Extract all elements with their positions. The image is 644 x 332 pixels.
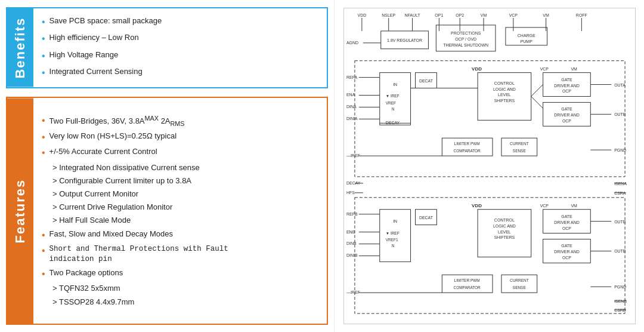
svg-text:CONTROL: CONTROL bbox=[494, 218, 514, 222]
svg-text:COMPARATOR: COMPARATOR bbox=[453, 285, 481, 290]
svg-text:ENB: ENB bbox=[346, 230, 355, 234]
benefit-text-2: High efficiency – Low Ron bbox=[49, 32, 139, 43]
svg-text:GATE: GATE bbox=[561, 78, 572, 82]
svg-text:VDD: VDD bbox=[472, 203, 482, 208]
list-item: • Short and Thermal Protections with Fau… bbox=[42, 244, 228, 265]
svg-text:ROFF: ROFF bbox=[575, 13, 587, 17]
svg-text:N: N bbox=[391, 244, 394, 248]
svg-text:PGND: PGND bbox=[614, 285, 626, 289]
feature-pkg-1: > TQFN32 5x5xmm bbox=[52, 283, 120, 294]
svg-text:CSRB: CSRB bbox=[614, 308, 626, 312]
svg-text:DECAY: DECAY bbox=[346, 181, 360, 185]
svg-text:LEVEL: LEVEL bbox=[498, 93, 511, 97]
svg-text:OCP / OVD: OCP / OVD bbox=[455, 37, 476, 41]
svg-text:PGND: PGND bbox=[614, 148, 626, 152]
bullet-icon: • bbox=[42, 131, 45, 144]
svg-text:OP2: OP2 bbox=[456, 13, 464, 17]
svg-text:▼ IREF: ▼ IREF bbox=[385, 231, 399, 235]
feature-text-2: Very low Ron (HS+LS)=0.25Ω typical bbox=[49, 131, 177, 142]
svg-text:IN: IN bbox=[393, 82, 397, 87]
svg-text:OCP: OCP bbox=[562, 119, 571, 123]
benefits-label: Benefits bbox=[7, 8, 33, 87]
svg-text:DINB: DINB bbox=[346, 241, 356, 245]
svg-text:GATE: GATE bbox=[561, 214, 572, 219]
list-item: > TQFN32 5x5xmm bbox=[52, 283, 228, 294]
svg-text:LEVEL: LEVEL bbox=[498, 230, 511, 234]
benefit-text-3: High Voltage Range bbox=[49, 50, 119, 60]
feature-text-1: Two Full-Bridges, 36V, 3.8AMAX 2ARMS bbox=[49, 114, 185, 128]
svg-text:LIMITER PWM: LIMITER PWM bbox=[454, 278, 479, 282]
bullet-icon: • bbox=[42, 32, 45, 45]
svg-text:DRIVER AND: DRIVER AND bbox=[554, 220, 580, 225]
svg-text:OCP: OCP bbox=[562, 226, 571, 230]
svg-text:▼ IREF: ▼ IREF bbox=[385, 94, 399, 98]
svg-text:GATE: GATE bbox=[561, 107, 572, 111]
list-item: • Very low Ron (HS+LS)=0.25Ω typical bbox=[42, 131, 228, 144]
svg-text:HFS: HFS bbox=[346, 190, 354, 195]
feature-sub-3: > Output Current Monitor bbox=[52, 189, 138, 199]
svg-text:VDD: VDD bbox=[357, 13, 366, 17]
svg-text:N: N bbox=[391, 107, 394, 111]
feature-text-5: Short and Thermal Protections with Fault… bbox=[49, 244, 228, 265]
svg-text:CHARGE: CHARGE bbox=[517, 33, 535, 38]
svg-text:OUTB: OUTB bbox=[614, 112, 626, 116]
list-item: • High efficiency – Low Ron bbox=[42, 32, 162, 45]
svg-text:VM: VM bbox=[543, 13, 549, 17]
svg-text:VM: VM bbox=[571, 67, 577, 71]
bullet-icon: • bbox=[42, 66, 45, 79]
svg-text:SENSE: SENSE bbox=[512, 149, 526, 153]
svg-text:OUTA: OUTA bbox=[614, 83, 626, 87]
svg-text:ISENB: ISENB bbox=[614, 299, 627, 303]
svg-text:DINIA: DINIA bbox=[346, 116, 357, 121]
list-item: • Two Package options bbox=[42, 268, 228, 281]
svg-text:IN: IN bbox=[393, 219, 397, 223]
svg-text:CSRA: CSRA bbox=[614, 191, 626, 195]
benefits-content: • Save PCB space: small package • High e… bbox=[33, 8, 170, 87]
list-item: • Integrated Current Sensing bbox=[42, 66, 162, 79]
list-item: > Current Drive Regulation Monitor bbox=[52, 202, 228, 213]
svg-text:DECAY: DECAY bbox=[385, 121, 400, 125]
svg-text:NSLEP: NSLEP bbox=[382, 13, 395, 17]
bullet-icon: • bbox=[42, 146, 45, 159]
feature-text-3: +/-5% Accurate Current Control bbox=[49, 146, 157, 157]
svg-text:SENSE: SENSE bbox=[512, 285, 526, 290]
svg-text:VCP: VCP bbox=[540, 204, 549, 208]
svg-text:DRIVER AND: DRIVER AND bbox=[554, 250, 580, 254]
list-item: • +/-5% Accurate Current Control bbox=[42, 146, 228, 159]
list-item: > Integrated Non dissipative Current sen… bbox=[52, 162, 228, 173]
svg-text:VM: VM bbox=[571, 204, 577, 208]
svg-text:SHIFTERS: SHIFTERS bbox=[494, 99, 515, 103]
bullet-icon: • bbox=[42, 229, 45, 242]
features-label: Features bbox=[7, 98, 33, 324]
bullet-icon: • bbox=[42, 244, 45, 257]
benefit-text-1: Save PCB space: small package bbox=[49, 16, 162, 26]
svg-text:CURRENT: CURRENT bbox=[509, 142, 528, 146]
svg-text:ENA: ENA bbox=[346, 93, 355, 97]
svg-text:1.8V REGULATOR: 1.8V REGULATOR bbox=[387, 38, 422, 42]
svg-text:LIMITER PWM: LIMITER PWM bbox=[454, 142, 479, 146]
svg-text:AGND: AGND bbox=[346, 41, 358, 45]
features-content: • Two Full-Bridges, 36V, 3.8AMAX 2ARMS •… bbox=[33, 98, 237, 324]
block-diagram: VDD NSLEP NFAULT OP1 OP2 VM VCP VM ROFF … bbox=[343, 8, 636, 324]
svg-text:REFA: REFA bbox=[346, 75, 357, 79]
svg-text:GATE: GATE bbox=[561, 244, 572, 248]
feature-sub-4: > Current Drive Regulation Monitor bbox=[52, 202, 172, 213]
right-panel: VDD NSLEP NFAULT OP1 OP2 VM VCP VM ROFF … bbox=[334, 0, 644, 332]
svg-text:VCP: VCP bbox=[540, 67, 549, 71]
list-item: • Fast, Slow and Mixed Decay Modes bbox=[42, 229, 228, 242]
svg-text:DRIVER AND: DRIVER AND bbox=[554, 84, 580, 88]
svg-text:VDD: VDD bbox=[472, 66, 482, 72]
svg-text:ISENA: ISENA bbox=[614, 182, 627, 186]
benefits-box: Benefits • Save PCB space: small package… bbox=[6, 7, 328, 88]
list-item: > Output Current Monitor bbox=[52, 189, 228, 199]
list-item: • Two Full-Bridges, 36V, 3.8AMAX 2ARMS bbox=[42, 114, 228, 128]
svg-text:REFB: REFB bbox=[346, 212, 357, 216]
bullet-icon: • bbox=[42, 114, 45, 127]
svg-text:VM: VM bbox=[480, 13, 487, 17]
list-item: • High Voltage Range bbox=[42, 50, 162, 63]
feature-sub-1: > Integrated Non dissipative Current sen… bbox=[52, 162, 200, 173]
svg-text:OCP: OCP bbox=[562, 256, 571, 260]
bullet-icon: • bbox=[42, 50, 45, 63]
svg-text:COMPARATOR: COMPARATOR bbox=[453, 149, 481, 153]
feature-text-4: Fast, Slow and Mixed Decay Modes bbox=[49, 229, 173, 239]
